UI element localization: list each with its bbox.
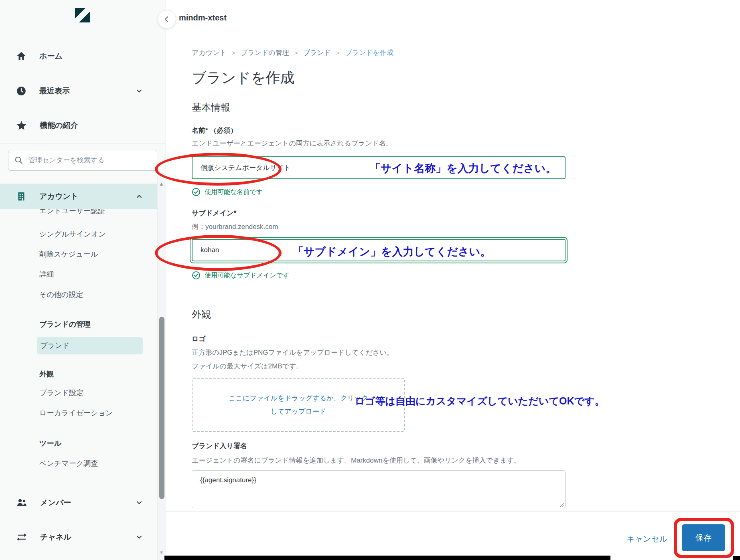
sidebar-item-label: 機能の紹介 bbox=[40, 120, 78, 131]
logo-label: ロゴ bbox=[192, 334, 206, 344]
annotation-logo-note: ロゴ等は自由にカスタマイズしていただいてOKです。 bbox=[355, 394, 605, 408]
breadcrumb-separator: > bbox=[294, 49, 298, 56]
building-icon bbox=[16, 191, 26, 202]
sidebar-item-label: アカウント bbox=[39, 191, 78, 202]
admin-search[interactable] bbox=[8, 150, 157, 171]
sidebar-item-brands-selected[interactable]: ブランド bbox=[37, 337, 143, 354]
annotation-red-box-save bbox=[674, 518, 734, 558]
bottom-black-bar bbox=[164, 556, 610, 560]
cancel-button[interactable]: キャンセル bbox=[626, 534, 667, 544]
breadcrumb-brands[interactable]: ブランド bbox=[303, 48, 331, 57]
resize-handle-icon[interactable] bbox=[560, 502, 564, 507]
sidebar-item-localization[interactable]: ローカライゼーション bbox=[39, 408, 113, 418]
sidebar-item-label: メンバー bbox=[40, 497, 71, 508]
annotation-red-oval-subdomain bbox=[155, 235, 282, 271]
account-name: mindm-xtest bbox=[179, 13, 227, 22]
collapse-sidebar-button[interactable] bbox=[158, 10, 176, 28]
main-content: アカウント > ブランドの管理 > ブランド > ブランドを作成 ブランドを作成… bbox=[166, 36, 740, 560]
signature-label: ブランド入り署名 bbox=[192, 441, 247, 451]
annotation-subdomain-note: 「サブドメイン」を入力してください。 bbox=[293, 245, 491, 259]
breadcrumb-account[interactable]: アカウント bbox=[192, 48, 227, 57]
footer-divider bbox=[166, 511, 740, 511]
sidebar-item-other-settings[interactable]: その他の設定 bbox=[39, 290, 83, 299]
sidebar-group-appearance: 外観 bbox=[39, 369, 54, 379]
zendesk-logo-icon bbox=[73, 7, 92, 23]
sidebar-group-tools: ツール bbox=[39, 439, 61, 448]
sidebar-item-members[interactable]: メンバー bbox=[0, 494, 157, 511]
sidebar-item-features[interactable]: 機能の紹介 bbox=[0, 117, 157, 134]
sidebar-item-recent[interactable]: 最近表示 bbox=[0, 82, 157, 100]
check-circle-icon bbox=[192, 188, 201, 196]
chevron-up-icon bbox=[136, 193, 143, 200]
sidebar-item-label: ブランド bbox=[40, 341, 70, 350]
sidebar-item-sso[interactable]: シングルサインオン bbox=[39, 229, 106, 239]
subdomain-label: サブドメイン* bbox=[192, 208, 236, 218]
sidebar-item-account[interactable]: アカウント bbox=[0, 184, 157, 209]
subdomain-validation-text: 使用可能なサブドメインです bbox=[205, 271, 289, 280]
clock-icon bbox=[16, 86, 26, 96]
dropzone-text-line2: してアップロード bbox=[271, 405, 326, 418]
appearance-heading: 外観 bbox=[192, 308, 211, 321]
sidebar-item-benchmark-survey[interactable]: ベンチマーク調査 bbox=[39, 459, 98, 468]
chevron-down-icon bbox=[136, 534, 143, 541]
sidebar-item-label: 最近表示 bbox=[39, 86, 70, 96]
sidebar-item-channels[interactable]: チャネル bbox=[0, 528, 157, 546]
sidebar-item-home[interactable]: ホーム bbox=[0, 47, 157, 65]
breadcrumb-create-brand: ブランドを作成 bbox=[345, 48, 393, 57]
annotation-red-oval-name bbox=[155, 153, 282, 186]
check-circle-icon bbox=[192, 271, 201, 280]
breadcrumb-brand-management[interactable]: ブランドの管理 bbox=[241, 48, 289, 57]
sidebar-item-brand-settings[interactable]: ブランド設定 bbox=[39, 388, 83, 398]
sidebar-item-deletion-schedule[interactable]: 削除スケジュール bbox=[39, 249, 98, 259]
subdomain-validation: 使用可能なサブドメインです bbox=[192, 271, 289, 280]
name-validation: 使用可能な名前です bbox=[192, 188, 263, 196]
sidebar-group-brand-management: ブランドの管理 bbox=[39, 319, 91, 329]
sidebar-item-label: ホーム bbox=[39, 51, 63, 61]
sidebar: ホーム 最近表示 機能の紹介 アカウント bbox=[0, 0, 166, 560]
signature-field-wrap: {{agent.signature}} bbox=[192, 470, 566, 508]
search-icon bbox=[14, 156, 24, 165]
home-icon bbox=[16, 51, 26, 61]
signature-description: エージェントの署名にブランド情報を追加します。Markdownを使用して、画像や… bbox=[192, 456, 521, 465]
swap-arrows-icon bbox=[16, 532, 27, 542]
sidebar-divider bbox=[0, 144, 166, 144]
breadcrumb-separator: > bbox=[232, 49, 235, 56]
chevron-left-icon bbox=[163, 15, 171, 23]
subdomain-example: 例：yourbrand.zendesk.com bbox=[192, 222, 278, 231]
sidebar-item-details[interactable]: 詳細 bbox=[39, 269, 54, 279]
logo-description-1: 正方形のJPGまたはPNGファイルをアップロードしてください。 bbox=[192, 348, 393, 357]
page-title: ブランドを作成 bbox=[192, 68, 294, 88]
dropzone-text-line1: ここにファイルをドラッグするか、クリック bbox=[229, 392, 368, 405]
search-input[interactable] bbox=[28, 156, 151, 165]
chevron-down-icon bbox=[136, 499, 143, 506]
name-description: エンドユーザーとエージェントの両方に表示されるブランド名。 bbox=[192, 139, 393, 148]
logo-description-2: ファイルの最大サイズは2MBです。 bbox=[192, 362, 303, 371]
scroll-down-arrow-icon[interactable]: ▼ bbox=[159, 550, 164, 555]
sidebar-item-label: チャネル bbox=[40, 532, 71, 542]
top-bar: mindm-xtest bbox=[166, 0, 740, 36]
chevron-down-icon bbox=[136, 87, 143, 95]
basic-info-heading: 基本情報 bbox=[192, 101, 230, 114]
breadcrumb: アカウント > ブランドの管理 > ブランド > ブランドを作成 bbox=[192, 48, 393, 57]
star-icon bbox=[16, 120, 27, 131]
people-icon bbox=[16, 497, 27, 508]
breadcrumb-separator: > bbox=[336, 49, 340, 56]
annotation-site-name-note: 「サイト名称」を入力してください。 bbox=[370, 161, 556, 176]
name-validation-text: 使用可能な名前です bbox=[205, 188, 263, 196]
signature-textarea[interactable]: {{agent.signature}} bbox=[192, 470, 566, 508]
bottom-black-stub bbox=[733, 556, 740, 560]
sidebar-scrollbar-thumb[interactable] bbox=[159, 317, 164, 499]
scroll-up-arrow-icon[interactable]: ▲ bbox=[159, 181, 164, 186]
name-label: 名前* （必須） bbox=[192, 126, 237, 135]
